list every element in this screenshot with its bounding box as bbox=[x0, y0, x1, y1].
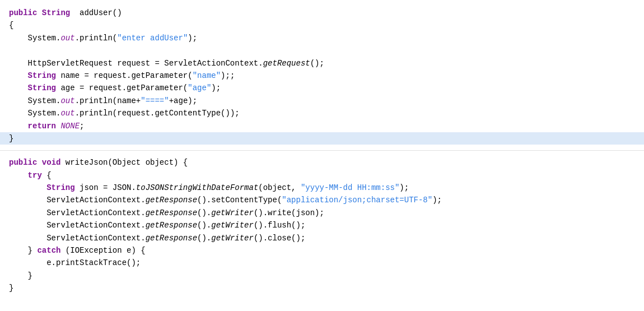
code-line: public String addUser() bbox=[0, 7, 644, 19]
writejson-method: public void writeJson(Object object) { t… bbox=[0, 154, 644, 296]
code-line: { bbox=[0, 19, 644, 31]
code-editor: public String addUser() { System.out.pri… bbox=[0, 0, 644, 311]
adduser-method: public String addUser() { System.out.pri… bbox=[0, 4, 644, 147]
code-line: ServletActionContext.getResponse().setCo… bbox=[0, 194, 644, 206]
code-line: ServletActionContext.getResponse().getWr… bbox=[0, 232, 644, 244]
code-line: public void writeJson(Object object) { bbox=[0, 156, 644, 169]
code-line: System.out.println(request.getContentTyp… bbox=[0, 107, 644, 119]
code-line: e.printStackTrace(); bbox=[0, 257, 644, 269]
code-line: return NONE; bbox=[0, 120, 644, 132]
code-line: try { bbox=[0, 169, 644, 182]
code-line: String name = request.getParameter("name… bbox=[0, 69, 644, 82]
code-line: } bbox=[0, 270, 644, 282]
code-line: System.out.println(name+"===="+age); bbox=[0, 95, 644, 107]
code-line: } bbox=[0, 132, 644, 145]
code-line bbox=[0, 44, 644, 57]
code-line: String age = request.getParameter("age")… bbox=[0, 82, 644, 94]
code-line: ServletActionContext.getResponse().getWr… bbox=[0, 207, 644, 219]
section-divider bbox=[0, 150, 644, 151]
code-line: HttpServletRequest request = ServletActi… bbox=[0, 57, 644, 69]
code-line: } bbox=[0, 282, 644, 294]
code-line: } catch (IOException e) { bbox=[0, 244, 644, 257]
code-line: ServletActionContext.getResponse().getWr… bbox=[0, 219, 644, 231]
code-line: System.out.println("enter addUser"); bbox=[0, 32, 644, 44]
code-line: String json = JSON.toJSONStringWithDateF… bbox=[0, 182, 644, 194]
